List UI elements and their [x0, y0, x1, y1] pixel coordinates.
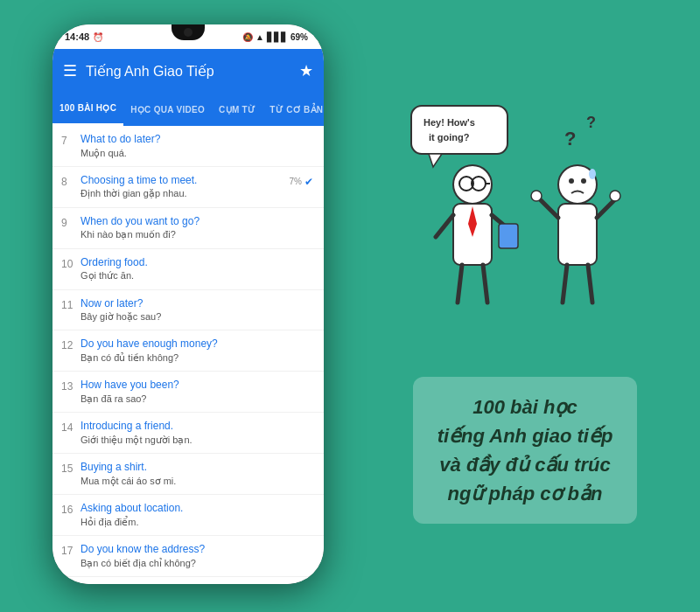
- svg-text:it going?: it going?: [429, 132, 470, 143]
- favorites-icon[interactable]: ★: [299, 61, 313, 80]
- list-item[interactable]: 8 Choosing a time to meet. Định thời gia…: [52, 167, 324, 208]
- lesson-list: 7 What to do later? Muộn quá. 8 Choosing…: [52, 126, 324, 584]
- illustration: Hey! How's it going?: [385, 88, 665, 368]
- tab-phrases[interactable]: CỤM TỪ: [212, 93, 262, 126]
- svg-rect-0: [411, 106, 508, 154]
- lesson-number: 11: [61, 297, 80, 311]
- svg-point-22: [589, 169, 596, 179]
- battery-display: 69%: [290, 32, 308, 42]
- lesson-number: 8: [61, 174, 80, 188]
- promo-section: Hey! How's it going?: [376, 35, 674, 577]
- svg-line-16: [483, 265, 487, 303]
- svg-text:Hey! How's: Hey! How's: [424, 117, 475, 128]
- promo-text-box: 100 bài học tiếng Anh giao tiếp và đầy đ…: [413, 377, 638, 524]
- list-item[interactable]: 18 Vacation to Canada. Đi nghỉ mát ở Can…: [52, 577, 324, 584]
- scene: 14:48 ⏰ 🔕 ▲ ▋▋▋ 69% ☰ Tiếng Anh Giao Tiế…: [0, 0, 700, 612]
- lesson-progress: 7% ✔: [290, 174, 313, 188]
- tab-video[interactable]: HỌC QUA VIDEO: [123, 93, 212, 126]
- status-left: 14:48 ⏰: [65, 31, 103, 42]
- list-item[interactable]: 17 Do you know the address? Bạn có biết …: [52, 536, 324, 577]
- lesson-title: When do you want to go?: [80, 215, 313, 229]
- lesson-number: 14: [61, 420, 80, 434]
- tab-vocab[interactable]: TỪ CƠ BẢN: [262, 93, 324, 126]
- list-item[interactable]: 11 Now or later? Bây giờ hoặc sau?: [52, 290, 324, 331]
- svg-point-27: [610, 191, 620, 201]
- lesson-content: How have you been? Bạn đã ra sao?: [80, 379, 313, 405]
- time-display: 14:48: [65, 31, 89, 42]
- lesson-title: Now or later?: [80, 297, 313, 311]
- lesson-subtitle: Bạn đã ra sao?: [80, 393, 313, 405]
- lesson-subtitle: Muộn quá.: [80, 147, 313, 159]
- lesson-number: 17: [61, 543, 80, 557]
- svg-rect-14: [499, 224, 518, 248]
- signal-icon: ▋▋▋: [267, 32, 288, 42]
- lesson-content: Buying a shirt. Mua một cái áo sơ mi.: [80, 461, 313, 487]
- svg-point-26: [531, 191, 542, 201]
- phone-shell: 14:48 ⏰ 🔕 ▲ ▋▋▋ 69% ☰ Tiếng Anh Giao Tiế…: [52, 24, 324, 584]
- status-right: 🔕 ▲ ▋▋▋ 69%: [242, 32, 308, 42]
- tab-lessons[interactable]: 100 BÀI HỌC: [52, 93, 123, 126]
- lesson-title: Buying a shirt.: [80, 461, 313, 475]
- alarm-icon: ⏰: [93, 32, 103, 42]
- promo-text-content: 100 bài học tiếng Anh giao tiếp và đầy đ…: [438, 393, 613, 508]
- svg-line-28: [563, 265, 567, 303]
- list-item[interactable]: 15 Buying a shirt. Mua một cái áo sơ mi.: [52, 454, 324, 495]
- lesson-title: Do you have enough money?: [80, 337, 313, 351]
- list-item[interactable]: 10 Ordering food. Gọi thức ăn.: [52, 249, 324, 290]
- lesson-content: Do you have enough money? Bạn có đủ tiền…: [80, 337, 313, 364]
- list-item[interactable]: 13 How have you been? Bạn đã ra sao?: [52, 372, 324, 413]
- list-item[interactable]: 7 What to do later? Muộn quá.: [52, 126, 324, 167]
- lesson-subtitle: Bạn có đủ tiền không?: [80, 351, 313, 364]
- svg-point-20: [569, 178, 574, 184]
- lesson-content: Asking about location. Hỏi địa điểm.: [80, 502, 313, 528]
- lesson-subtitle: Gọi thức ăn.: [80, 269, 313, 282]
- lesson-subtitle: Mua một cái áo sơ mi.: [80, 475, 313, 487]
- lesson-number: 7: [61, 133, 80, 147]
- svg-line-12: [436, 215, 453, 237]
- menu-icon[interactable]: ☰: [63, 61, 77, 80]
- lesson-number: 16: [61, 502, 80, 516]
- lesson-subtitle: Hỏi địa điểm.: [80, 516, 313, 528]
- lesson-content: Now or later? Bây giờ hoặc sau?: [80, 297, 313, 323]
- lesson-number: 12: [61, 337, 80, 351]
- lesson-title: Do you know the address?: [80, 543, 313, 557]
- list-item[interactable]: 9 When do you want to go? Khi nào bạn mu…: [52, 208, 324, 249]
- lesson-content: Choosing a time to meet. Định thời gian …: [80, 174, 290, 200]
- lesson-number: 10: [61, 256, 80, 270]
- lesson-subtitle: Định thời gian gặp nhau.: [80, 187, 290, 199]
- lesson-subtitle: Bạn có biết địa chỉ không?: [80, 557, 313, 569]
- progress-check-icon: ✔: [304, 176, 313, 188]
- svg-line-24: [538, 198, 558, 218]
- promo-line4: ngữ pháp cơ bản: [448, 483, 603, 504]
- mute-icon: 🔕: [242, 32, 253, 42]
- lesson-number: 13: [61, 379, 80, 393]
- camera-dot: [184, 28, 192, 37]
- lesson-title: What to do later?: [80, 133, 313, 147]
- app-title: Tiếng Anh Giao Tiếp: [86, 63, 290, 80]
- svg-rect-23: [558, 204, 597, 265]
- wifi-icon: ▲: [256, 32, 264, 42]
- list-item[interactable]: 14 Introducing a friend. Giới thiệu một …: [52, 413, 324, 454]
- list-item[interactable]: 12 Do you have enough money? Bạn có đủ t…: [52, 330, 324, 372]
- lesson-subtitle: Bây giờ hoặc sau?: [80, 310, 313, 323]
- lesson-number: 9: [61, 215, 80, 229]
- list-item[interactable]: 16 Asking about location. Hỏi địa điểm.: [52, 495, 324, 536]
- lesson-title: Ordering food.: [80, 256, 313, 270]
- promo-line3: và đầy đủ cấu trúc: [439, 454, 610, 476]
- app-bar: ☰ Tiếng Anh Giao Tiếp ★: [52, 49, 324, 93]
- promo-line1: 100 bài học: [472, 396, 577, 418]
- lesson-content: What to do later? Muộn quá.: [80, 133, 313, 159]
- lesson-content: Ordering food. Gọi thức ăn.: [80, 256, 313, 282]
- lesson-title: How have you been?: [80, 379, 313, 393]
- svg-line-15: [458, 265, 462, 303]
- svg-text:?: ?: [564, 128, 576, 150]
- promo-line2: tiếng Anh giao tiếp: [438, 425, 613, 447]
- lesson-title: Asking about location.: [80, 502, 313, 516]
- svg-text:?: ?: [586, 114, 596, 131]
- lesson-content: Introducing a friend. Giới thiệu một ngư…: [80, 420, 313, 446]
- svg-point-21: [581, 178, 586, 184]
- svg-marker-1: [429, 154, 442, 167]
- phone-screen: 14:48 ⏰ 🔕 ▲ ▋▋▋ 69% ☰ Tiếng Anh Giao Tiế…: [52, 24, 324, 584]
- tab-bar: 100 BÀI HỌC HỌC QUA VIDEO CỤM TỪ TỪ CƠ B…: [52, 93, 324, 126]
- progress-percent: 7%: [290, 177, 302, 186]
